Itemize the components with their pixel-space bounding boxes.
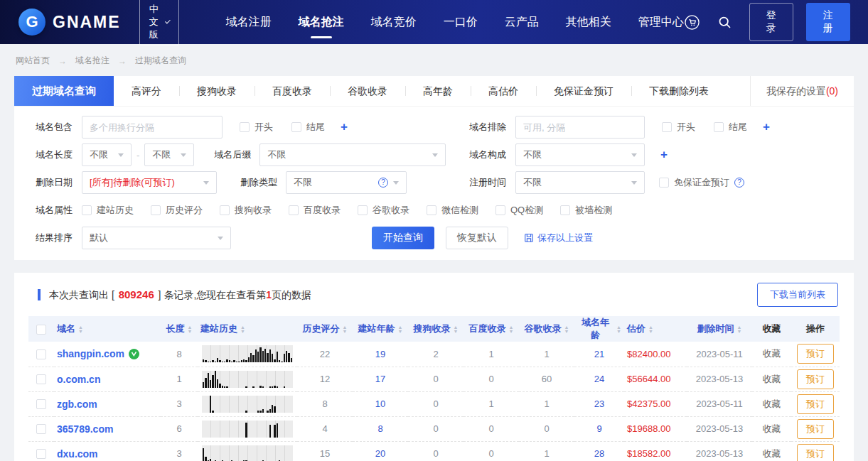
row-checkbox[interactable]: [36, 349, 46, 359]
attr-blocked-checkbox[interactable]: 被墙检测: [560, 204, 612, 217]
checkbox-icon[interactable]: [495, 205, 505, 215]
favorite-link[interactable]: 收藏: [763, 423, 781, 434]
start-query-button[interactable]: 开始查询: [372, 227, 434, 249]
checkbox-icon[interactable]: [662, 122, 672, 132]
attr-sogou-checkbox[interactable]: 搜狗收录: [220, 204, 272, 217]
checkbox-icon[interactable]: [82, 205, 92, 215]
domain-age-value[interactable]: 28: [574, 441, 624, 461]
language-selector[interactable]: 中文版: [139, 0, 179, 46]
checkbox-icon[interactable]: [240, 122, 250, 132]
book-button[interactable]: 预订: [797, 394, 834, 414]
checkbox-icon[interactable]: [659, 178, 669, 188]
sort-icon[interactable]: ▲▼: [564, 325, 569, 333]
tab-high-age[interactable]: 高年龄: [405, 76, 471, 106]
brand-logo[interactable]: G GNAME: [18, 9, 121, 36]
nav-item-domain-backorder[interactable]: 域名抢注: [299, 0, 344, 45]
tab-sogou-indexed[interactable]: 搜狗收录: [179, 76, 254, 106]
domain-link[interactable]: o.com.cn: [57, 374, 100, 385]
site-age-value[interactable]: 19: [353, 342, 408, 367]
checkbox-icon[interactable]: [151, 205, 161, 215]
domain-link[interactable]: shangpin.com: [57, 348, 124, 359]
nav-item-domain-register[interactable]: 域名注册: [226, 0, 272, 45]
tab-no-deposit-booking[interactable]: 免保证金预订: [536, 76, 631, 106]
favorite-link[interactable]: 收藏: [763, 448, 781, 459]
breadcrumb-home[interactable]: 网站首页: [16, 55, 50, 67]
sort-icon[interactable]: ▲▼: [240, 325, 245, 333]
attr-baidu-checkbox[interactable]: 百度收录: [289, 204, 341, 217]
tab-expired-domain-query[interactable]: 过期域名查询: [14, 76, 114, 106]
reg-time-select[interactable]: 不限: [515, 171, 645, 194]
tab-baidu-indexed[interactable]: 百度收录: [254, 76, 330, 106]
length-min-select[interactable]: 不限: [82, 143, 132, 166]
nav-item-others[interactable]: 其他相关: [566, 0, 611, 45]
checkbox-icon[interactable]: [560, 205, 570, 215]
tab-download-delete-list[interactable]: 下载删除列表: [631, 76, 727, 106]
sort-icon[interactable]: ▲▼: [188, 325, 193, 333]
sort-icon[interactable]: ▲▼: [454, 325, 459, 333]
register-button[interactable]: 注册: [806, 3, 850, 41]
favorite-link[interactable]: 收藏: [763, 374, 781, 384]
attr-wechat-checkbox[interactable]: 微信检测: [427, 204, 478, 217]
contain-start-checkbox[interactable]: 开头: [240, 121, 273, 134]
sort-icon[interactable]: ▲▼: [398, 325, 403, 333]
tab-high-valuation[interactable]: 高估价: [471, 76, 536, 106]
domain-link[interactable]: 365789.com: [57, 423, 113, 435]
sort-icon[interactable]: ▲▼: [343, 325, 348, 333]
domain-age-value[interactable]: 23: [574, 391, 624, 416]
nav-item-domain-auction[interactable]: 域名竞价: [371, 0, 417, 45]
add-contain-condition-button[interactable]: +: [341, 120, 348, 134]
free-deposit-help-icon[interactable]: ?: [734, 178, 744, 188]
tab-google-indexed[interactable]: 谷歌收录: [330, 76, 405, 106]
checkbox-icon[interactable]: [427, 205, 436, 215]
delete-date-select[interactable]: [所有]待删除(可预订): [82, 171, 217, 194]
book-button[interactable]: 预订: [797, 444, 834, 461]
search-icon[interactable]: [717, 15, 732, 30]
row-checkbox[interactable]: [36, 374, 46, 384]
delete-type-help-icon[interactable]: ?: [378, 178, 388, 188]
exclude-start-checkbox[interactable]: 开头: [662, 121, 695, 134]
sort-icon[interactable]: ▲▼: [616, 325, 621, 333]
domain-age-value[interactable]: 24: [574, 367, 624, 391]
nav-item-cloud-products[interactable]: 云产品: [505, 0, 539, 45]
sort-icon[interactable]: ▲▼: [509, 325, 514, 333]
attr-google-checkbox[interactable]: 谷歌收录: [358, 204, 409, 217]
exclude-end-checkbox[interactable]: 结尾: [714, 121, 747, 134]
checkbox-icon[interactable]: [220, 205, 230, 215]
row-checkbox[interactable]: [36, 424, 46, 434]
compose-select[interactable]: 不限: [515, 143, 645, 166]
sort-icon[interactable]: ▲▼: [648, 325, 653, 333]
attr-site-history-checkbox[interactable]: 建站历史: [82, 204, 134, 217]
nav-item-management-center[interactable]: 管理中心: [638, 0, 684, 45]
site-age-value[interactable]: 8: [353, 416, 408, 441]
site-age-value[interactable]: 17: [353, 367, 408, 391]
checkbox-icon[interactable]: [291, 122, 301, 132]
domain-contain-input[interactable]: [82, 116, 223, 139]
add-exclude-condition-button[interactable]: +: [763, 120, 770, 134]
tab-high-score[interactable]: 高评分: [114, 76, 179, 106]
select-all-checkbox[interactable]: [36, 325, 46, 335]
domain-link[interactable]: zgb.com: [57, 398, 97, 410]
my-saved-settings-link[interactable]: 我保存的设置(0): [750, 76, 854, 106]
contain-end-checkbox[interactable]: 结尾: [291, 121, 325, 134]
row-checkbox[interactable]: [36, 449, 46, 459]
book-button[interactable]: 预订: [797, 344, 834, 364]
length-max-select[interactable]: 不限: [144, 143, 194, 166]
row-checkbox[interactable]: [36, 399, 46, 409]
checkbox-icon[interactable]: [358, 205, 368, 215]
site-age-value[interactable]: 10: [353, 391, 408, 416]
sort-icon[interactable]: ▲▼: [737, 325, 742, 333]
book-button[interactable]: 预订: [797, 419, 834, 439]
sort-select[interactable]: 默认: [82, 227, 231, 249]
nav-item-buy-now[interactable]: 一口价: [444, 0, 478, 45]
domain-exclude-input[interactable]: [515, 116, 645, 139]
delete-type-select[interactable]: 不限 ?: [286, 171, 407, 194]
login-button[interactable]: 登录: [749, 3, 793, 41]
checkbox-icon[interactable]: [714, 122, 724, 132]
favorite-link[interactable]: 收藏: [763, 348, 781, 359]
sort-icon[interactable]: ▲▼: [78, 325, 83, 333]
favorite-link[interactable]: 收藏: [763, 398, 781, 409]
free-deposit-checkbox[interactable]: 免保证金预订 ?: [659, 176, 744, 189]
download-current-list-button[interactable]: 下载当前列表: [757, 283, 838, 307]
checkbox-icon[interactable]: [289, 205, 299, 215]
domain-age-value[interactable]: 9: [574, 416, 624, 441]
